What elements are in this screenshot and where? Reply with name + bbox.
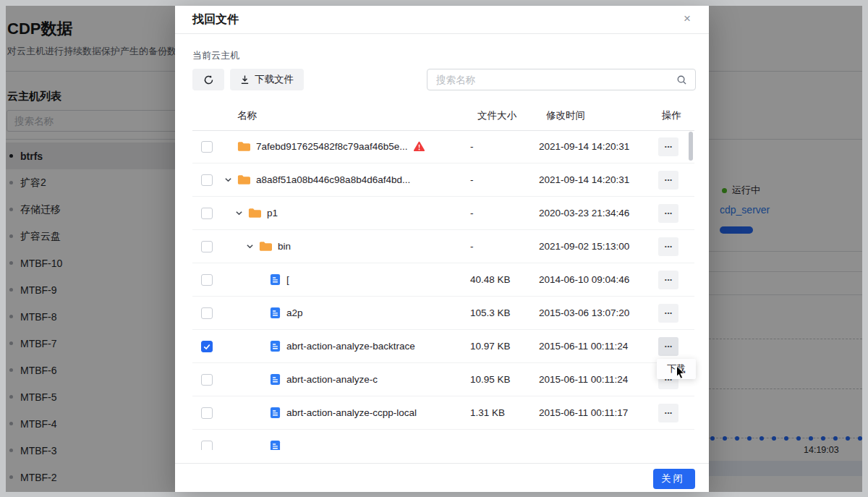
file-table-header: 名称 文件大小 修改时间 操作 bbox=[192, 101, 694, 131]
table-row: p1-2020-03-23 21:34:46... bbox=[192, 197, 694, 230]
row-checkbox[interactable] bbox=[201, 274, 213, 286]
row-checkbox[interactable] bbox=[201, 374, 213, 386]
row-more-actions-button[interactable]: ... bbox=[658, 204, 678, 223]
folder-icon bbox=[259, 241, 272, 252]
download-files-button[interactable]: 下载文件 bbox=[230, 69, 304, 90]
row-more-actions-button[interactable]: ... bbox=[658, 337, 678, 356]
chevron-down-icon[interactable] bbox=[246, 242, 259, 250]
table-row: a8a8f51a08b446c98a8b4d6af4bd...-2021-09-… bbox=[192, 163, 694, 197]
file-size: - bbox=[470, 141, 539, 152]
chevron-down-icon[interactable] bbox=[235, 209, 248, 217]
modified-time: 2014-06-10 09:04:46 bbox=[539, 274, 658, 285]
file-icon bbox=[270, 373, 281, 386]
row-more-actions-button[interactable]: ... bbox=[658, 404, 678, 422]
row-more-actions-button[interactable]: ... bbox=[658, 271, 678, 289]
file-search-box[interactable] bbox=[427, 69, 696, 90]
table-row: abrt-action-analyze-ccpp-local1.31 KB201… bbox=[192, 396, 694, 430]
file-size: 10.95 KB bbox=[470, 374, 539, 385]
table-scrollbar-thumb[interactable] bbox=[689, 132, 693, 161]
folder-icon bbox=[237, 141, 250, 152]
dialog-footer: 关闭 bbox=[175, 463, 709, 492]
file-name: abrt-action-analyze-backtrace bbox=[286, 341, 415, 352]
file-size: 10.97 KB bbox=[470, 341, 539, 352]
dialog-header: 找回文件 × bbox=[175, 6, 709, 34]
table-row: 7afebd917625482f8c79aaf46b5e...-2021-09-… bbox=[192, 130, 694, 163]
modified-time: 2021-09-02 15:13:00 bbox=[539, 241, 658, 252]
row-more-actions-button[interactable]: ... bbox=[658, 237, 678, 256]
modified-time: 2015-03-06 13:07:20 bbox=[539, 307, 658, 318]
window-frame: CDP数据 对云主机进行持续数据保护产生的备份数据，存放 云主机列表 btrfs… bbox=[0, 0, 868, 497]
file-size: 105.3 KB bbox=[470, 307, 539, 318]
row-more-actions-button[interactable]: ... bbox=[658, 137, 678, 156]
row-checkbox[interactable] bbox=[201, 341, 213, 352]
file-size: 40.48 KB bbox=[470, 274, 539, 285]
modified-time: 2021-09-14 14:20:31 bbox=[539, 141, 658, 152]
file-name: a2p bbox=[286, 307, 303, 318]
file-size: - bbox=[470, 208, 539, 218]
current-host-label: 当前云主机 bbox=[192, 49, 239, 62]
file-name: [ bbox=[286, 274, 289, 285]
table-row: bin-2021-09-02 15:13:00... bbox=[192, 230, 694, 263]
dialog-title: 找回文件 bbox=[192, 12, 239, 27]
file-size: - bbox=[470, 174, 539, 185]
file-name: abrt-action-analyze-c bbox=[286, 374, 378, 385]
file-name: abrt-action-analyze-ccpp-local bbox=[286, 407, 417, 418]
table-row: a2p105.3 KB2015-03-06 13:07:20... bbox=[192, 297, 694, 330]
modified-time: 2015-06-11 00:11:24 bbox=[539, 341, 658, 352]
file-name: bin bbox=[278, 241, 291, 252]
file-table-body: 7afebd917625482f8c79aaf46b5e...-2021-09-… bbox=[192, 130, 694, 450]
row-checkbox[interactable] bbox=[201, 141, 213, 153]
warning-icon bbox=[413, 141, 425, 152]
modified-time: 2021-09-14 14:20:31 bbox=[539, 174, 658, 185]
download-icon bbox=[240, 75, 250, 85]
file-icon bbox=[270, 440, 281, 450]
modified-time: 2015-06-11 00:11:24 bbox=[539, 374, 658, 385]
row-checkbox[interactable] bbox=[201, 174, 213, 186]
folder-icon bbox=[248, 208, 261, 218]
row-more-actions-button[interactable]: ... bbox=[658, 304, 678, 323]
close-button[interactable]: 关闭 bbox=[653, 469, 695, 489]
close-icon[interactable]: × bbox=[680, 12, 694, 26]
file-size: - bbox=[470, 241, 539, 252]
table-row: abrt-action-analyze-c10.95 KB2015-06-11 … bbox=[192, 363, 694, 396]
search-icon[interactable] bbox=[676, 75, 687, 85]
file-search-input[interactable] bbox=[427, 70, 676, 89]
table-row: [40.48 KB2014-06-10 09:04:46... bbox=[192, 263, 694, 297]
table-row bbox=[192, 430, 694, 450]
row-checkbox[interactable] bbox=[201, 208, 213, 219]
row-action-menu-download[interactable]: 下载 bbox=[657, 359, 696, 379]
file-name: p1 bbox=[267, 208, 278, 218]
file-icon bbox=[270, 407, 281, 419]
col-action: 操作 bbox=[658, 109, 694, 122]
row-checkbox[interactable] bbox=[201, 241, 213, 252]
row-checkbox[interactable] bbox=[201, 441, 213, 451]
refresh-button[interactable] bbox=[192, 69, 224, 90]
modified-time: 2020-03-23 21:34:46 bbox=[539, 208, 658, 218]
col-name: 名称 bbox=[221, 109, 470, 122]
file-icon bbox=[270, 307, 281, 319]
file-icon bbox=[270, 273, 281, 286]
modified-time: 2015-06-11 00:11:17 bbox=[539, 407, 658, 418]
refresh-icon bbox=[203, 75, 214, 85]
folder-icon bbox=[237, 174, 250, 185]
row-checkbox[interactable] bbox=[201, 307, 213, 319]
row-checkbox[interactable] bbox=[201, 407, 213, 419]
file-icon bbox=[270, 340, 281, 352]
table-row: abrt-action-analyze-backtrace10.97 KB201… bbox=[192, 330, 694, 363]
file-name: 7afebd917625482f8c79aaf46b5e... bbox=[256, 141, 407, 152]
chevron-down-icon[interactable] bbox=[224, 176, 237, 184]
file-size: 1.31 KB bbox=[470, 407, 539, 418]
download-files-label: 下载文件 bbox=[255, 73, 294, 86]
col-time: 修改时间 bbox=[539, 109, 658, 122]
col-size: 文件大小 bbox=[470, 109, 539, 122]
file-name: a8a8f51a08b446c98a8b4d6af4bd... bbox=[256, 174, 410, 185]
row-more-actions-button[interactable]: ... bbox=[658, 171, 678, 190]
retrieve-files-dialog: 找回文件 × 当前云主机 下载文件 名称 文件大小 修改时间 操 bbox=[175, 6, 709, 492]
